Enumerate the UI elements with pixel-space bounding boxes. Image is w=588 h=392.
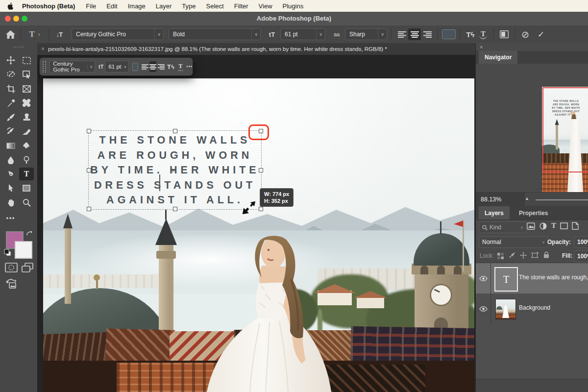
filter-smart-objects-icon[interactable] [572, 222, 579, 232]
clone-stamp-tool[interactable] [19, 111, 34, 123]
object-selection-tool[interactable] [19, 68, 34, 81]
layer-visibility-toggle[interactable] [476, 263, 491, 294]
floatbar-font-size-select[interactable]: 61 pt ∨ [105, 61, 129, 73]
layer-row-background[interactable]: Background [476, 294, 588, 324]
path-selection-tool[interactable] [3, 182, 18, 195]
apple-menu-icon[interactable] [7, 2, 13, 10]
lasso-tool[interactable] [3, 68, 18, 81]
filter-adjustment-layers-icon[interactable] [539, 222, 547, 232]
move-tool[interactable] [3, 54, 18, 67]
menu-file[interactable]: File [86, 2, 96, 10]
dodge-tool[interactable] [19, 153, 34, 166]
floatbar-font-family-select[interactable]: Century Gothic Pro ∨ [49, 61, 95, 73]
transform-handle-top-center[interactable] [173, 129, 177, 133]
layer-row-text[interactable]: T The stone walls are rough, [476, 263, 588, 294]
align-center-icon[interactable] [408, 28, 421, 40]
shape-tool[interactable] [19, 182, 34, 195]
brush-tool[interactable] [3, 111, 18, 123]
transform-handle-mid-left[interactable] [87, 168, 91, 172]
floatbar-grip[interactable] [43, 61, 46, 73]
tab-navigator[interactable]: Navigator [479, 51, 517, 64]
zoom-tool[interactable] [19, 196, 34, 209]
history-brush-tool[interactable] [3, 125, 18, 138]
type-tool-preset-icon[interactable]: T ∨ [25, 28, 45, 41]
document-canvas[interactable]: THE STONE WALLS ARE ROUGH, WORN BY TIME.… [43, 78, 474, 392]
zoom-out-mountain-icon[interactable]: ▲ [525, 196, 529, 201]
menu-layer[interactable]: Layer [156, 2, 172, 10]
align-left-icon[interactable] [395, 28, 408, 40]
floatbar-more-icon[interactable]: ••• [187, 64, 193, 69]
menu-select[interactable]: Select [206, 2, 224, 10]
healing-brush-tool[interactable] [19, 97, 34, 109]
eraser-tool[interactable] [19, 125, 34, 138]
swap-colors-icon[interactable] [25, 230, 32, 239]
home-icon[interactable] [4, 28, 17, 41]
background-color-swatch[interactable] [15, 241, 32, 259]
lock-position-icon[interactable] [520, 252, 527, 261]
background-layer-thumbnail[interactable] [495, 299, 516, 319]
align-right-icon[interactable] [421, 28, 434, 40]
marquee-tool[interactable] [19, 54, 34, 67]
floatbar-text-color-swatch[interactable] [132, 63, 138, 71]
filter-pixel-layers-icon[interactable] [527, 222, 535, 232]
navigator-proxy-view[interactable] [542, 87, 588, 172]
floatbar-warp-text-icon[interactable]: Tϟ [167, 63, 174, 71]
eyedropper-tool[interactable] [3, 97, 18, 109]
tab-layers[interactable]: Layers [479, 206, 510, 220]
hand-tool[interactable] [3, 196, 18, 209]
font-style-select[interactable]: Bold∨ [169, 28, 261, 40]
smudge-tool[interactable] [19, 139, 34, 152]
toolbar-grip[interactable] [14, 47, 24, 48]
layer-visibility-toggle[interactable] [476, 294, 491, 324]
toggle-panels-icon[interactable] [498, 28, 511, 41]
commit-edits-icon[interactable]: ✓ [535, 28, 547, 41]
panel-close-icon[interactable]: × [480, 44, 483, 50]
floatbar-type-settings-icon[interactable]: T [178, 62, 183, 71]
gradient-tool[interactable] [3, 139, 18, 152]
cancel-edits-icon[interactable]: ⊘ [519, 28, 532, 41]
layer-filter-select[interactable]: Kind ∨ [479, 221, 527, 233]
lock-all-icon[interactable] [543, 251, 549, 260]
floatbar-align-right-icon[interactable] [157, 61, 165, 72]
document-tab[interactable]: × pexels-bi-kare-antalya-2151032609-3163… [37, 43, 475, 55]
transform-handle-top-left[interactable] [87, 129, 91, 133]
quick-mask-icon[interactable] [5, 263, 18, 274]
anti-alias-select[interactable]: Sharp∨ [345, 28, 387, 40]
lock-artboard-icon[interactable] [531, 252, 539, 261]
fill-value[interactable]: 100% [574, 250, 588, 262]
font-size-select[interactable]: 61 pt∨ [280, 28, 325, 40]
pen-tool[interactable] [3, 168, 18, 180]
blend-mode-select[interactable]: Normal ∨ [479, 236, 548, 248]
floatbar-align-left-icon[interactable] [141, 61, 148, 72]
text-layer-thumbnail[interactable]: T [494, 267, 518, 292]
touch-type-icon[interactable]: T [477, 28, 490, 41]
transform-handle-mid-right[interactable] [259, 168, 263, 172]
menubar-app-name[interactable]: Photoshop (Beta) [22, 2, 75, 10]
warp-text-icon[interactable]: Tϟ [464, 28, 477, 41]
menu-image[interactable]: Image [128, 2, 146, 10]
text-color-swatch[interactable] [442, 29, 456, 39]
menu-plugins[interactable]: Plugins [283, 2, 304, 10]
menu-type[interactable]: Type [182, 2, 196, 10]
navigator-zoom-value[interactable]: 88.13% [476, 193, 524, 206]
lock-pixels-icon[interactable] [509, 252, 515, 261]
generative-image-icon[interactable] [5, 277, 18, 292]
transform-handle-bottom-center[interactable] [173, 207, 177, 211]
menu-edit[interactable]: Edit [106, 2, 117, 10]
layer-name[interactable]: The stone walls are rough, [519, 274, 588, 281]
layer-name[interactable]: Background [519, 304, 550, 311]
filter-type-layers-icon[interactable]: T [551, 221, 556, 230]
crop-tool[interactable] [3, 82, 18, 95]
navigator-thumbnail[interactable]: THE STONE WALLSARE ROUGH, WORNBY TIME. H… [542, 87, 588, 209]
menu-filter[interactable]: Filter [234, 2, 248, 10]
lock-transparent-icon[interactable] [497, 252, 504, 261]
frame-tool[interactable] [19, 82, 34, 95]
tab-properties[interactable]: Properties [513, 206, 554, 220]
close-document-icon[interactable]: × [41, 46, 45, 52]
type-tool[interactable]: T [19, 168, 34, 180]
screen-mode-icon[interactable] [22, 263, 33, 274]
filter-shape-layers-icon[interactable] [560, 222, 568, 231]
transform-handle-bottom-left[interactable] [87, 207, 91, 211]
opacity-value[interactable]: 100% [574, 236, 588, 248]
floatbar-align-center-icon[interactable] [149, 61, 157, 72]
